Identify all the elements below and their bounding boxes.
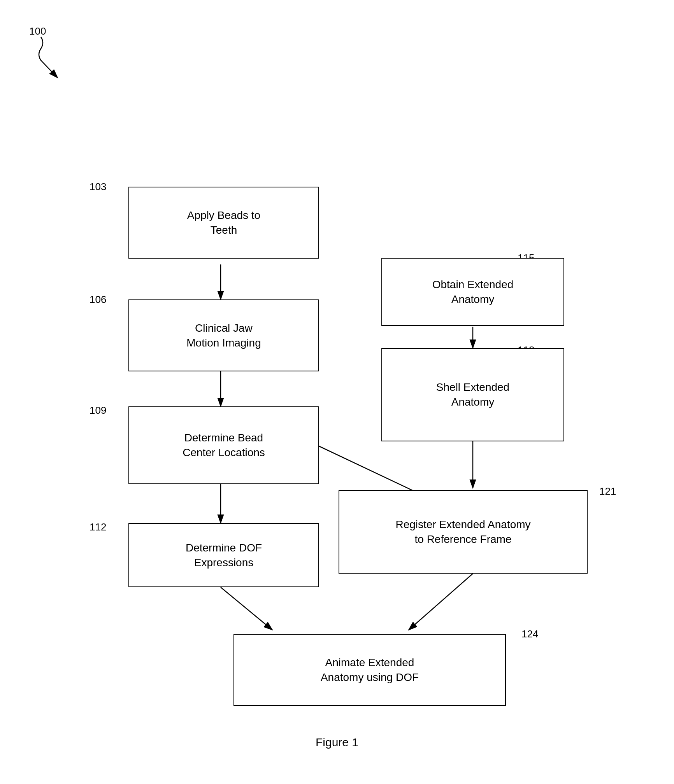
box-animate-extended-text: Animate Extended Anatomy using DOF <box>321 655 419 685</box>
label-124: 124 <box>521 628 538 640</box>
box-obtain-extended: Obtain Extended Anatomy <box>381 258 564 326</box>
label-109: 109 <box>90 404 106 416</box>
svg-line-7 <box>409 574 473 630</box>
box-animate-extended: Animate Extended Anatomy using DOF <box>233 634 506 706</box>
box-shell-extended: Shell Extended Anatomy <box>381 348 564 441</box>
box-clinical-jaw-text: Clinical Jaw Motion Imaging <box>186 321 261 350</box>
diagram-label-100: 100 <box>29 25 46 37</box>
figure-caption: Figure 1 <box>0 736 674 749</box>
box-apply-beads: Apply Beads to Teeth <box>128 187 319 259</box>
label-103: 103 <box>90 181 106 193</box>
box-bead-center: Determine Bead Center Locations <box>128 406 319 484</box>
box-apply-beads-text: Apply Beads to Teeth <box>187 208 260 238</box>
box-bead-center-text: Determine Bead Center Locations <box>183 430 265 460</box>
box-shell-extended-text: Shell Extended Anatomy <box>436 380 509 410</box>
label-121: 121 <box>599 485 616 497</box>
diagram-container: 100 103 Apply Beads to Teeth <box>0 0 674 784</box>
box-dof-expressions-text: Determine DOF Expressions <box>186 541 262 570</box>
box-clinical-jaw: Clinical Jaw Motion Imaging <box>128 299 319 371</box>
box-register-extended-text: Register Extended Anatomy to Reference F… <box>395 517 530 547</box>
svg-line-6 <box>221 587 272 630</box>
box-register-extended: Register Extended Anatomy to Reference F… <box>339 490 588 574</box>
label-112: 112 <box>90 521 106 533</box>
box-dof-expressions: Determine DOF Expressions <box>128 523 319 587</box>
label-106: 106 <box>90 294 106 306</box>
box-obtain-extended-text: Obtain Extended Anatomy <box>432 277 514 307</box>
